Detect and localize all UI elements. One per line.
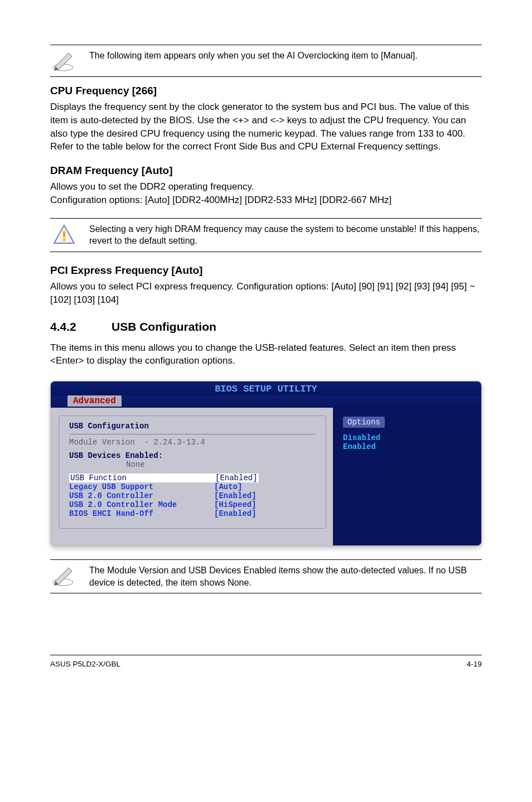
bios-right-panel: Options DisabledEnabled	[333, 408, 481, 545]
heading-dram-frequency: DRAM Frequency [Auto]	[50, 165, 482, 177]
note-manual-overclocking: The following item appears only when you…	[50, 45, 482, 77]
pencil-icon	[50, 50, 78, 72]
bios-setting-value: [Auto]	[214, 482, 242, 491]
svg-point-5	[63, 239, 65, 241]
section-title: USB Configuration	[112, 320, 216, 333]
footer-left: ASUS P5LD2-X/GBL	[50, 660, 120, 668]
warning-icon	[50, 223, 78, 245]
bios-setting-label: USB 2.0 Controller Mode	[69, 500, 214, 509]
pencil-icon	[50, 564, 78, 587]
bios-options-title: Options	[343, 417, 385, 428]
footer-right: 4-19	[467, 660, 482, 668]
body-dram-frequency: Allows you to set the DDR2 operating fre…	[50, 180, 482, 207]
bios-setting-row[interactable]: USB Function[Enabled]	[59, 474, 326, 482]
page-footer: ASUS P5LD2-X/GBL 4-19	[50, 655, 482, 668]
bios-setting-row[interactable]: Legacy USB Support[Auto]	[59, 482, 326, 491]
bios-devices-enabled-value: None	[59, 460, 326, 469]
bios-setting-label: USB Function	[69, 474, 214, 482]
bios-module-version: Module Version - 2.24.3-13.4	[59, 438, 326, 447]
bios-setting-value: [Enabled]	[214, 474, 259, 482]
bios-setting-row[interactable]: USB 2.0 Controller Mode[HiSpeed]	[59, 500, 326, 509]
bios-option-item[interactable]: Enabled	[343, 442, 471, 451]
note-module-version: The Module Version and USB Devices Enabl…	[50, 559, 482, 593]
bios-setting-row[interactable]: BIOS EHCI Hand-Off[Enabled]	[59, 509, 326, 518]
svg-marker-1	[55, 53, 72, 70]
bios-setting-label: BIOS EHCI Hand-Off	[69, 509, 214, 518]
note-text: Selecting a very high DRAM frequency may…	[89, 223, 482, 247]
bios-tab-bar: Advanced	[51, 395, 481, 408]
bios-screenshot: BIOS SETUP UTILITY Advanced USB Configur…	[50, 381, 482, 546]
svg-rect-4	[63, 231, 65, 238]
bios-left-panel: USB Configuration Module Version - 2.24.…	[51, 408, 333, 545]
bios-setting-label: USB 2.0 Controller	[69, 491, 214, 500]
note-text: The following item appears only when you…	[89, 50, 482, 62]
bios-option-item[interactable]: Disabled	[343, 433, 471, 442]
heading-cpu-frequency: CPU Frequency [266]	[50, 85, 482, 97]
bios-setting-value: [Enabled]	[214, 509, 257, 518]
body-pcie-frequency: Allows you to select PCI express frequen…	[50, 280, 482, 307]
section-number: 4.4.2	[50, 320, 112, 334]
bios-setting-value: [HiSpeed]	[214, 500, 257, 509]
section-body: The items in this menu allows you to cha…	[50, 341, 482, 368]
heading-pcie-frequency: PCI Express Frequency [Auto]	[50, 264, 482, 277]
note-text: The Module Version and USB Devices Enabl…	[89, 564, 482, 588]
bios-tab-advanced[interactable]: Advanced	[67, 395, 122, 407]
section-heading-usb-config: 4.4.2USB Configuration	[50, 320, 482, 334]
body-cpu-frequency: Displays the frequency sent by the clock…	[50, 100, 482, 153]
bios-devices-enabled-label: USB Devices Enabled:	[59, 451, 326, 460]
bios-setting-value: [Enabled]	[214, 491, 257, 500]
svg-marker-7	[55, 568, 72, 584]
bios-title: BIOS SETUP UTILITY	[51, 381, 481, 395]
bios-setting-row[interactable]: USB 2.0 Controller[Enabled]	[59, 491, 326, 500]
note-dram-warning: Selecting a very high DRAM frequency may…	[50, 218, 482, 252]
bios-setting-label: Legacy USB Support	[69, 482, 214, 491]
bios-panel-title: USB Configuration	[59, 416, 326, 433]
